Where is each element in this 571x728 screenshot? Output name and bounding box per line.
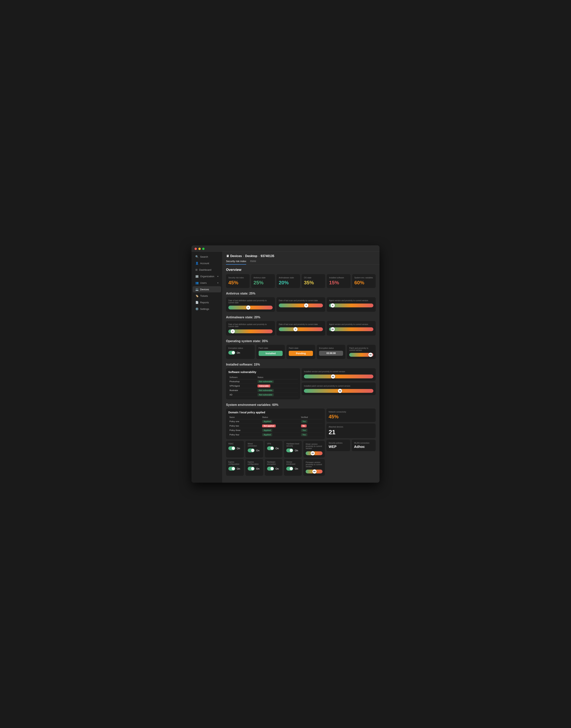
- net-value-sm: WEP: [329, 445, 348, 449]
- installed-title: Installed software: 15%: [226, 363, 376, 366]
- toggle-card-egress-configuration: Egress configuration On: [226, 459, 244, 476]
- table-row: Policy four Applied Yes: [228, 433, 323, 437]
- sysenv-section: System environment variables: 60% Domain…: [226, 403, 376, 476]
- sidebar-item-settings[interactable]: ⚙️ Settings: [193, 306, 221, 312]
- gradient-bar-wrapper: N6: [306, 470, 322, 473]
- sysenv-left: Domain / local policy applied Name Statu…: [226, 408, 325, 476]
- toggle-switch[interactable]: [228, 351, 235, 355]
- sidebar-item-organization[interactable]: 🏢 Organization ▾: [193, 273, 221, 279]
- toggle-row: On: [248, 467, 261, 470]
- toggle-label: On: [295, 449, 298, 452]
- toggle-switch[interactable]: [267, 467, 274, 470]
- net-label: Attached devices: [329, 426, 373, 428]
- sidebar-item-account[interactable]: 👤 Account: [193, 260, 221, 266]
- toggle-switch[interactable]: [228, 446, 235, 450]
- toggle-card-wired-connection: Wired connection On: [245, 441, 263, 457]
- metric-value: 45%: [228, 280, 247, 286]
- maximize-btn[interactable]: [202, 248, 205, 250]
- table-row: Illustrator Not vulnerable: [228, 388, 298, 393]
- toggle-switch[interactable]: [286, 448, 293, 452]
- software-name: XD: [228, 393, 256, 397]
- bar-label: Date of last definition update and proxi…: [228, 323, 273, 328]
- sysenv-row: Domain / local policy applied Name Statu…: [226, 408, 376, 476]
- app-window: 🔍 Search 👤 Account ⊞ Dashboard 🏢 Organiz…: [192, 245, 379, 483]
- software-status: Not vulnerable: [256, 379, 298, 384]
- toggle-card-label: VPN: [267, 443, 280, 445]
- bar-card: Date of last definition update and proxi…: [226, 321, 275, 336]
- state-badge-btn: Pending: [289, 351, 313, 356]
- table-row: VPN Agent Vulnerable: [228, 384, 298, 388]
- sidebar-item-dashboard[interactable]: ⊞ Dashboard: [193, 267, 221, 273]
- os-state-card: Encryption status03:00:00: [317, 345, 346, 359]
- content-area: Overview Security risk index 45%Antiviru…: [222, 265, 379, 483]
- toggle-switch[interactable]: [248, 448, 255, 452]
- toggle-card-label: Hardware level security: [286, 443, 300, 447]
- organization-icon: 🏢: [195, 275, 199, 278]
- toggle-label: On: [237, 351, 240, 354]
- policy-status: Not applied: [261, 424, 300, 428]
- os-state-card: Patch stateInstalled: [256, 345, 285, 359]
- metric-label: Installed software: [329, 276, 348, 279]
- breadcrumb: 🖥 Devices › Desktop › 93740135: [226, 254, 376, 258]
- toggle-row: On: [228, 351, 252, 355]
- toggle-label: On: [237, 447, 240, 450]
- net-label: Security policies: [329, 442, 348, 444]
- metric-value: 60%: [354, 280, 373, 286]
- overview-metric-antivirus-state: Antivirus state 25%: [251, 274, 275, 288]
- toggle-switch[interactable]: [267, 446, 274, 450]
- overview-metric-os-state: OS state 35%: [302, 274, 325, 288]
- net-label: Network connectivity: [329, 411, 373, 413]
- gradient-bar-wrapper: N: [329, 303, 373, 307]
- installed-bar-card: Installed patch version and proximity to…: [302, 383, 376, 395]
- os-cards: Encryption status On Patch stateInstalle…: [226, 345, 376, 359]
- close-btn[interactable]: [195, 248, 197, 250]
- software-name: Illustrator: [228, 388, 256, 393]
- table-row: Policy three Applied Yes: [228, 428, 323, 433]
- policy-name: Policy four: [228, 433, 261, 437]
- metric-label: Antimalware state: [279, 276, 298, 279]
- metric-label: Security risk index: [228, 276, 247, 279]
- tab-rmm[interactable]: RMM: [250, 260, 256, 265]
- policy-name: Policy one: [228, 419, 261, 424]
- app-body: 🔍 Search 👤 Account ⊞ Dashboard 🏢 Organiz…: [192, 252, 379, 483]
- vuln-col-status: Status: [256, 375, 298, 379]
- toggle-switch[interactable]: [286, 467, 293, 470]
- software-name: VPN Agent: [228, 384, 256, 388]
- antivirus-section: Antivirus state: 25% Date of last defini…: [226, 292, 376, 312]
- state-card-label: Encryption status: [228, 347, 252, 349]
- installed-bars: Installed version and proximity to curre…: [302, 368, 376, 399]
- antimalware-section: Antimalware state: 20% Date of last defi…: [226, 315, 376, 336]
- bar-badge: N2: [311, 451, 315, 455]
- gradient-bar: [228, 306, 273, 309]
- sidebar-item-reports[interactable]: 📄 Reports: [193, 299, 221, 305]
- software-name: Photoshop: [228, 379, 256, 384]
- bar-card: Agent version and proximity to current v…: [327, 321, 376, 336]
- sysenv-right: Network connectivity 45%Attached devices…: [326, 408, 376, 476]
- sidebar-item-search[interactable]: 🔍 Search: [193, 254, 221, 260]
- sidebar-item-users[interactable]: 👥 Users ▾: [193, 280, 221, 286]
- sidebar-item-devices[interactable]: 💻 Devices: [193, 286, 221, 292]
- toggle-switch[interactable]: [248, 467, 255, 470]
- state-card-label: Patch state: [259, 347, 283, 349]
- antivirus-bars: Date of last definition update and proxi…: [226, 297, 376, 312]
- sidebar-item-tickets[interactable]: 🏷️ Tickets: [193, 293, 221, 299]
- gradient-bar-wrapper: 2: [228, 330, 273, 333]
- bar-label: Driver version proximity to current vers…: [306, 443, 322, 449]
- table-row: Photoshop Not vulnerable: [228, 379, 298, 384]
- os-state-card: Patch and proximity to current version N…: [347, 345, 376, 359]
- gradient-bar-wrapper: N5: [349, 353, 373, 357]
- table-row: Policy one Applied Yes: [228, 419, 323, 424]
- toggle-label: On: [275, 467, 279, 470]
- bar-badge: 2: [231, 329, 235, 334]
- toggle-switch[interactable]: [228, 467, 235, 470]
- tab-security-risk-index[interactable]: Security risk index: [226, 260, 246, 265]
- titlebar: [192, 245, 379, 252]
- state-badge-btn: Installed: [259, 351, 283, 356]
- bar-label: Installed patch version and proximity to…: [304, 385, 373, 387]
- network-connectivity-card: Network connectivity 45%: [326, 408, 376, 422]
- toggle-card-label: RBAC: [228, 443, 242, 445]
- gradient-bar: [329, 327, 373, 331]
- minimize-btn[interactable]: [198, 248, 201, 250]
- toggle-row: On: [267, 446, 280, 450]
- overview-metric-security-risk-index: Security risk index 45%: [226, 274, 250, 288]
